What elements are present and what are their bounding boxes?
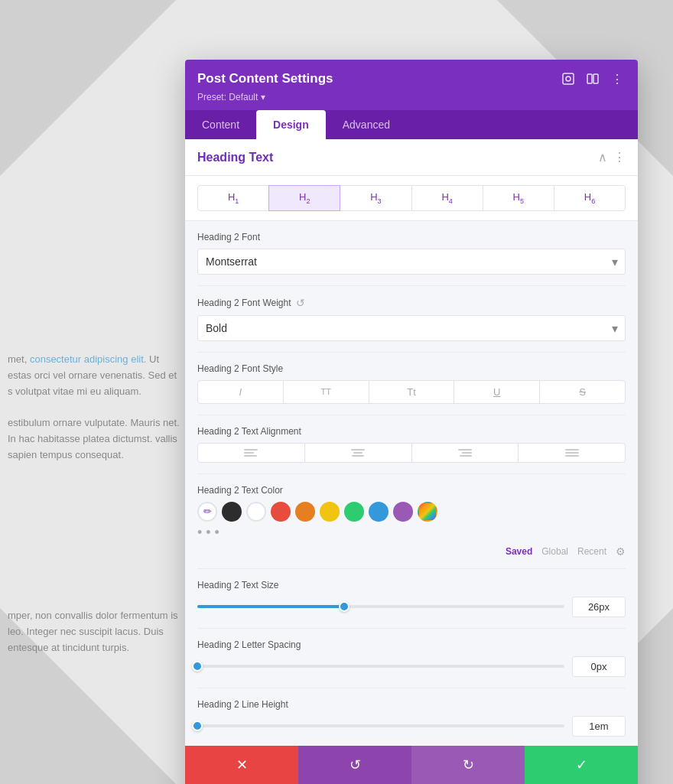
bg-link[interactable]: consectetur adipiscing elit. — [30, 353, 146, 365]
collapse-icon[interactable]: ∧ — [598, 150, 607, 164]
confirm-button[interactable]: ✓ — [525, 746, 638, 784]
align-center-button[interactable] — [304, 443, 412, 463]
bg-text-top: met, consectetur adipiscing elit. Ut est… — [8, 352, 184, 464]
color-tabs: Saved Global Recent ⚙ — [197, 545, 626, 558]
h-tab-2[interactable]: H2 — [268, 185, 340, 211]
font-weight-label: Heading 2 Font Weight ↺ — [197, 297, 626, 309]
text-size-slider-wrapper — [197, 605, 564, 608]
h-tabs: H1 H2 H3 H4 H5 H6 — [185, 176, 638, 221]
h-tab-1[interactable]: H1 — [197, 185, 269, 211]
alignment-setting: Heading 2 Text Alignment — [197, 415, 626, 474]
modal-header: Post Content Settings ⋮ Preset: Defau — [185, 60, 638, 110]
font-weight-setting: Heading 2 Font Weight ↺ Bold — [197, 286, 626, 353]
font-label: Heading 2 Font — [197, 232, 626, 242]
svg-rect-0 — [563, 73, 574, 84]
swatch-black[interactable] — [222, 502, 242, 522]
modal-tabs: Content Design Advanced — [185, 110, 638, 139]
line-height-setting: Heading 2 Line Height — [197, 688, 626, 748]
section-more-icon[interactable]: ⋮ — [613, 150, 626, 164]
align-justify-button[interactable] — [518, 443, 626, 463]
letter-spacing-input[interactable] — [572, 656, 626, 677]
letter-spacing-setting: Heading 2 Letter Spacing — [197, 629, 626, 688]
modal-body: Heading Text ∧ ⋮ H1 H2 H3 H4 H5 H6 Headi… — [185, 139, 638, 784]
text-size-input[interactable] — [572, 597, 626, 617]
line-height-slider-wrapper — [197, 724, 564, 727]
swatch-red[interactable] — [271, 502, 291, 522]
text-size-row — [197, 597, 626, 617]
swatch-blue[interactable] — [369, 502, 389, 522]
capitalize-button[interactable]: Tt — [369, 380, 455, 404]
letter-spacing-slider[interactable] — [197, 665, 564, 668]
swatch-yellow[interactable] — [320, 502, 340, 522]
svg-rect-3 — [593, 74, 598, 83]
swatch-green[interactable] — [344, 502, 364, 522]
font-style-setting: Heading 2 Font Style I TT Tt U S — [197, 353, 626, 415]
swatch-white[interactable] — [246, 502, 266, 522]
line-height-input[interactable] — [572, 716, 626, 737]
swatch-orange[interactable] — [295, 502, 315, 522]
svg-point-1 — [566, 76, 571, 81]
settings-area: Heading 2 Font Montserrat Heading 2 Font… — [185, 221, 638, 784]
action-bar: ✕ ↺ ↻ ✓ — [185, 746, 638, 784]
text-size-slider[interactable] — [197, 605, 564, 608]
split-icon[interactable] — [584, 70, 601, 87]
undo-button[interactable]: ↺ — [298, 746, 411, 784]
font-weight-reset[interactable]: ↺ — [296, 297, 305, 309]
tab-advanced[interactable]: Advanced — [326, 110, 407, 139]
swatch-rainbow[interactable] — [418, 502, 437, 522]
line-height-row — [197, 716, 626, 737]
align-buttons — [197, 443, 626, 463]
style-buttons: I TT Tt U S — [197, 380, 626, 404]
section-header-icons: ∧ ⋮ — [598, 150, 626, 164]
more-colors-icon[interactable]: • • • — [197, 525, 219, 540]
letter-spacing-row — [197, 656, 626, 677]
alignment-label: Heading 2 Text Alignment — [197, 426, 626, 437]
color-gear-icon[interactable]: ⚙ — [616, 545, 626, 558]
h-tab-4[interactable]: H4 — [411, 185, 483, 211]
uppercase-button[interactable]: TT — [283, 380, 369, 404]
header-icons: ⋮ — [560, 70, 626, 87]
text-size-label: Heading 2 Text Size — [197, 580, 626, 590]
letter-spacing-slider-wrapper — [197, 665, 564, 668]
color-tab-saved[interactable]: Saved — [506, 546, 532, 557]
font-weight-select[interactable]: Bold — [197, 315, 626, 341]
tab-design[interactable]: Design — [256, 110, 326, 139]
swatch-purple[interactable] — [393, 502, 413, 522]
font-style-label: Heading 2 Font Style — [197, 363, 626, 374]
h-tab-5[interactable]: H5 — [483, 185, 554, 211]
align-left-button[interactable] — [197, 443, 305, 463]
section-header: Heading Text ∧ ⋮ — [185, 139, 638, 176]
color-swatches: ✏ — [197, 502, 626, 522]
h-tab-3[interactable]: H3 — [340, 185, 411, 211]
modal-title: Post Content Settings — [197, 71, 333, 86]
italic-button[interactable]: I — [197, 380, 284, 404]
align-right-button[interactable] — [411, 443, 519, 463]
color-tab-global[interactable]: Global — [541, 546, 568, 557]
color-tab-recent[interactable]: Recent — [577, 546, 606, 557]
tab-content[interactable]: Content — [185, 110, 256, 139]
preset-label[interactable]: Preset: Default ▾ — [197, 92, 626, 102]
letter-spacing-label: Heading 2 Letter Spacing — [197, 639, 626, 650]
color-label: Heading 2 Text Color — [197, 485, 626, 496]
redo-button[interactable]: ↻ — [411, 746, 525, 784]
color-setting: Heading 2 Text Color ✏ • • • — [197, 474, 626, 569]
font-select[interactable]: Montserrat — [197, 249, 626, 275]
line-height-slider[interactable] — [197, 724, 564, 727]
bg-text-bottom: mper, non convallis dolor fermentum is l… — [8, 608, 187, 656]
underline-button[interactable]: U — [454, 380, 540, 404]
h-tab-6[interactable]: H6 — [554, 185, 626, 211]
svg-rect-2 — [587, 74, 592, 83]
cancel-button[interactable]: ✕ — [185, 746, 298, 784]
color-picker[interactable]: ✏ — [197, 502, 217, 522]
strikethrough-button[interactable]: S — [539, 380, 626, 404]
section-title: Heading Text — [197, 151, 273, 164]
line-height-label: Heading 2 Line Height — [197, 699, 626, 710]
more-icon[interactable]: ⋮ — [609, 70, 626, 87]
bg-triangle-tl — [0, 0, 176, 176]
text-size-setting: Heading 2 Text Size — [197, 569, 626, 629]
font-setting: Heading 2 Font Montserrat — [197, 221, 626, 286]
modal: Post Content Settings ⋮ Preset: Defau — [185, 60, 638, 784]
layout-icon[interactable] — [560, 70, 577, 87]
font-weight-select-wrapper: Bold — [197, 315, 626, 341]
font-select-wrapper: Montserrat — [197, 249, 626, 275]
